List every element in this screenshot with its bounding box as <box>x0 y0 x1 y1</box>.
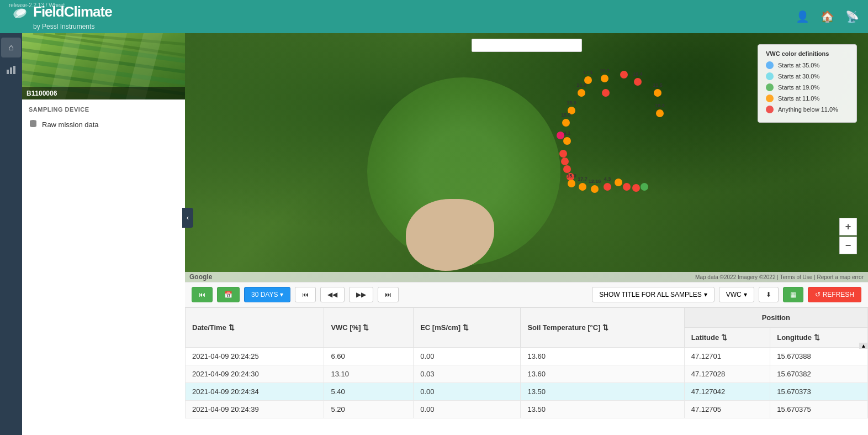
data-point[interactable] <box>602 89 610 97</box>
calendar-button[interactable]: 📅 <box>217 287 240 302</box>
station-id: B1100006 <box>27 90 57 97</box>
table-view-button[interactable]: ▦ <box>783 287 803 302</box>
data-point[interactable] <box>632 184 640 192</box>
data-point[interactable]: 9.1 <box>563 137 571 145</box>
legend-dot-cyan <box>766 72 774 80</box>
table-cell: 13.60 <box>521 365 684 383</box>
data-point[interactable] <box>615 179 622 186</box>
legend-dot-red <box>766 106 774 113</box>
table-row[interactable]: 2021-04-09 20:24:256.600.0013.6047.12701… <box>186 348 868 365</box>
zoom-in-button[interactable]: + <box>839 218 857 235</box>
map-container[interactable]: 17.1 19.2 16.4 18.0 <box>185 33 868 282</box>
zoom-out-button[interactable]: − <box>839 237 857 254</box>
logo-subtitle: by Pessl Instruments <box>33 23 112 30</box>
legend-dot-green <box>766 83 774 91</box>
vwc-dropdown-icon: ▾ <box>744 291 747 298</box>
data-point-green[interactable] <box>641 183 648 191</box>
map-credits: Map data ©2022 Imagery ©2022 | Terms of … <box>695 274 864 280</box>
user-icon[interactable]: 👤 <box>796 10 809 23</box>
data-point[interactable] <box>620 71 628 78</box>
table-cell: 2021-04-09 20:24:39 <box>186 401 324 418</box>
data-point[interactable] <box>559 150 567 158</box>
table-row[interactable]: 2021-04-09 20:24:395.200.0013.5047.12705… <box>186 401 868 418</box>
data-table-container: Date/Time ⇅VWC [%] ⇅EC [mS/cm] ⇅Soil Tem… <box>185 307 868 435</box>
home-icon[interactable]: 🏠 <box>821 10 834 23</box>
table-cell: 2021-04-09 20:24:34 <box>186 383 324 401</box>
show-title-label: SHOW TITLE FOR ALL SAMPLES <box>599 291 701 298</box>
data-point[interactable] <box>563 165 571 173</box>
data-point[interactable] <box>623 183 631 191</box>
legend-item-orange: Starts at 11.0% <box>766 95 849 102</box>
data-point[interactable]: 18.0 <box>578 89 585 97</box>
table-cell: 47.127028 <box>684 365 770 383</box>
table-cell: 47.127042 <box>684 383 770 401</box>
legend-item-blue: Starts at 35.0% <box>766 61 849 69</box>
data-point[interactable]: 4.3 <box>604 183 611 191</box>
map-background: 17.1 19.2 16.4 18.0 <box>185 33 868 282</box>
data-point[interactable]: 18.3 <box>656 109 664 117</box>
data-point[interactable]: 17.7 <box>579 183 586 191</box>
sidebar-item-charts[interactable] <box>1 60 21 80</box>
col-header-1[interactable]: VWC [%] ⇅ <box>324 308 414 348</box>
data-point[interactable]: 19.2 <box>601 75 608 82</box>
calendar-icon: 📅 <box>224 291 232 298</box>
table-row[interactable]: 2021-04-09 20:24:3013.100.0313.6047.1270… <box>186 365 868 383</box>
table-cell: 15.670388 <box>770 348 868 365</box>
raw-mission-label: Raw mission data <box>42 120 99 129</box>
prev-button[interactable]: ◀◀ <box>320 287 345 302</box>
data-point[interactable]: 16.4 <box>634 78 642 86</box>
data-point[interactable] <box>561 158 569 165</box>
last-button[interactable]: ⏭ <box>378 287 399 302</box>
data-point[interactable]: 15.0 <box>568 180 575 187</box>
table-cell: 0.00 <box>414 383 521 401</box>
col-pos-0[interactable]: Latitude ⇅ <box>684 328 770 348</box>
period-label: 30 DAYS <box>251 291 278 298</box>
version-label: release-2.2.13 / Wheat <box>9 2 65 8</box>
data-point[interactable]: 12.16 <box>591 185 599 193</box>
table-cell: 2021-04-09 20:24:25 <box>186 348 324 365</box>
raw-mission-item[interactable]: Raw mission data <box>29 117 178 132</box>
data-point[interactable]: 15.0 <box>562 119 570 127</box>
sampling-device-title: SAMPLING DEVICE <box>29 106 178 113</box>
logo-icon <box>9 7 29 27</box>
period-button[interactable]: 30 DAYS ▾ <box>244 287 290 302</box>
refresh-button[interactable]: ↺ REFRESH <box>808 287 861 302</box>
table-cell: 47.12701 <box>684 348 770 365</box>
col-pos-1[interactable]: Longitude ⇅ <box>770 328 868 348</box>
col-header-2[interactable]: EC [mS/cm] ⇅ <box>414 308 521 348</box>
sampling-device-section: SAMPLING DEVICE Raw mission data <box>22 99 185 139</box>
show-title-button[interactable]: SHOW TITLE FOR ALL SAMPLES ▾ <box>592 287 714 302</box>
table-icon: ▦ <box>790 291 796 298</box>
legend-label-orange: Starts at 11.0% <box>778 95 819 102</box>
map-footer: Google Map data ©2022 Imagery ©2022 | Te… <box>185 272 868 282</box>
download-button[interactable]: ⬇ <box>759 287 779 302</box>
table-cell: 0.03 <box>414 365 521 383</box>
vwc-selector-button[interactable]: VWC ▾ <box>719 287 754 302</box>
period-dropdown-icon: ▾ <box>280 291 283 298</box>
map-search-input[interactable] <box>472 39 582 52</box>
station-image: B1100006 <box>22 33 185 99</box>
svg-rect-4 <box>10 67 12 74</box>
skip-start-button[interactable]: ⏮ <box>295 287 316 302</box>
database-icon <box>29 119 38 130</box>
refresh-label: REFRESH <box>823 291 854 298</box>
col-header-0[interactable]: Date/Time ⇅ <box>186 308 324 348</box>
legend-label-red: Anything below 11.0% <box>778 106 838 113</box>
first-button[interactable]: ⏮ <box>192 287 213 302</box>
sidebar-item-home[interactable]: ⌂ <box>1 38 21 57</box>
refresh-icon: ↺ <box>815 291 821 298</box>
table-cell: 13.50 <box>521 401 684 418</box>
legend-dot-blue <box>766 61 774 69</box>
legend-item-red: Anything below 11.0% <box>766 106 849 113</box>
main-layout: ⌂ <box>0 33 868 435</box>
table-cell: 13.10 <box>324 365 414 383</box>
scroll-indicator[interactable]: ▲ <box>859 343 868 349</box>
col-header-3[interactable]: Soil Temperature [°C] ⇅ <box>521 308 684 348</box>
table-row[interactable]: 2021-04-09 20:24:345.400.0013.5047.12704… <box>186 383 868 401</box>
col-position: Position <box>684 308 867 328</box>
signal-icon[interactable]: 📡 <box>845 10 859 23</box>
sidebar-toggle[interactable]: ‹ <box>182 208 193 228</box>
data-point[interactable]: 11.5 <box>654 89 661 97</box>
next-button[interactable]: ▶▶ <box>349 287 373 302</box>
left-panel: B1100006 SAMPLING DEVICE Raw m <box>22 33 185 435</box>
